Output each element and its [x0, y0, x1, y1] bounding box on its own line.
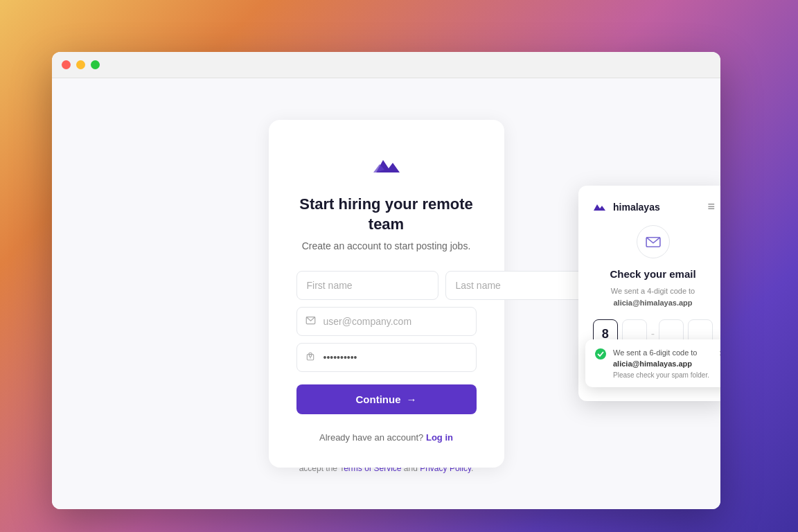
browser-titlebar — [52, 52, 720, 78]
login-link[interactable]: Log in — [426, 432, 453, 443]
continue-button[interactable]: Continue → — [296, 384, 477, 414]
logo-icon — [369, 153, 404, 181]
traffic-light-yellow[interactable] — [76, 60, 85, 69]
email-input[interactable] — [296, 307, 477, 336]
registration-card: Start hiring your remote team Create an … — [269, 120, 504, 467]
email-icon — [305, 315, 316, 328]
first-name-input[interactable] — [296, 271, 438, 300]
toast-email: alicia@himalayas.app — [613, 360, 692, 368]
verify-email-address: alicia@himalayas.app — [613, 299, 692, 307]
browser-content: Start hiring your remote team Create an … — [52, 78, 720, 509]
check-email-title: Check your email — [591, 268, 715, 280]
desc-before: We sent a 4-digit code to — [611, 287, 695, 295]
login-prompt: Already have an account? Log in — [319, 432, 453, 443]
toast-message: We sent a 6-digit code to alicia@himalay… — [613, 348, 712, 369]
email-envelope-icon — [637, 225, 670, 258]
toast-success-icon — [595, 348, 606, 362]
toast-content: We sent a 6-digit code to alicia@himalay… — [613, 348, 712, 379]
name-row — [296, 271, 477, 300]
continue-label: Continue — [356, 393, 401, 405]
toast-line1: We sent a 6-digit code to — [613, 348, 697, 357]
page-title: Start hiring your remote team — [296, 195, 477, 234]
registration-form: Continue → — [296, 271, 477, 414]
svg-point-4 — [595, 348, 606, 360]
toast-notification: We sent a 6-digit code to alicia@himalay… — [585, 339, 720, 387]
password-icon — [305, 351, 315, 363]
password-input[interactable] — [296, 343, 477, 372]
login-prompt-text: Already have an account? — [319, 432, 423, 443]
check-email-desc: We sent a 4-digit code to alicia@himalay… — [591, 285, 715, 308]
toast-close-button[interactable]: × — [719, 348, 720, 359]
email-verify-panel: himalayas ≡ Check your email We sent a 4… — [578, 186, 720, 401]
email-icon-wrapper — [591, 225, 715, 258]
traffic-light-red[interactable] — [62, 60, 71, 69]
email-field-wrapper — [296, 307, 477, 336]
panel-header: himalayas ≡ — [591, 200, 715, 214]
continue-arrow: → — [407, 393, 417, 405]
last-name-input[interactable] — [445, 271, 587, 300]
toast-sub-message: Please check your spam folder. — [613, 371, 712, 379]
password-field-wrapper — [296, 343, 477, 372]
browser-window: Start hiring your remote team Create an … — [52, 52, 720, 509]
panel-menu-icon[interactable]: ≡ — [707, 200, 715, 214]
panel-brand: himalayas — [591, 201, 660, 213]
page-subtitle: Create an account to start posting jobs. — [302, 240, 471, 251]
traffic-light-green[interactable] — [91, 60, 100, 69]
panel-brand-name: himalayas — [613, 202, 660, 213]
